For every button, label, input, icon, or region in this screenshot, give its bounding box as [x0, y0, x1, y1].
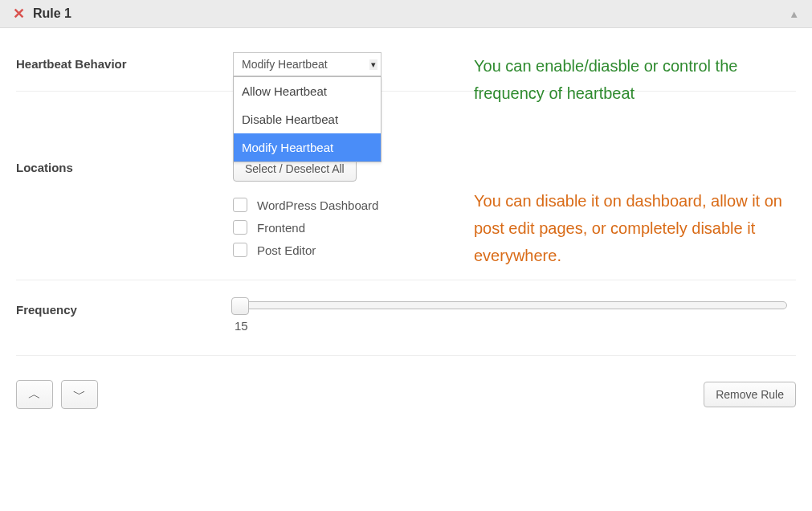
frequency-value: 15	[235, 319, 787, 333]
behavior-dropdown: Allow Heartbeat Disable Heartbeat Modify…	[233, 76, 382, 162]
label-frequency: Frequency	[16, 298, 233, 317]
dropdown-overlap-spacer	[16, 108, 796, 156]
panel-body: You can enable/diasble or control the fr…	[0, 28, 812, 425]
behavior-select-value: Modify Heartbeat	[242, 58, 328, 71]
panel-title: Rule 1	[33, 6, 71, 21]
panel-header-left: ✕ Rule 1	[13, 6, 71, 21]
close-icon[interactable]: ✕	[13, 6, 25, 21]
location-row-post-editor: Post Editor	[233, 243, 482, 257]
locations-checkbox-list: WordPress Dashboard Frontend Post Editor	[233, 198, 482, 257]
frequency-slider-thumb[interactable]	[231, 297, 249, 315]
footer-row: ︿ ﹀ Remove Rule	[16, 355, 796, 409]
remove-rule-button[interactable]: Remove Rule	[704, 382, 796, 407]
checkbox-label-dashboard: WordPress Dashboard	[257, 198, 378, 212]
locations-controls: Select / Deselect All WordPress Dashboar…	[233, 156, 482, 265]
checkbox-post-editor[interactable]	[233, 243, 247, 257]
location-row-dashboard: WordPress Dashboard	[233, 198, 482, 212]
label-locations: Locations	[16, 156, 233, 174]
frequency-slider-wrap: 15	[233, 298, 787, 333]
location-row-frontend: Frontend	[233, 220, 482, 235]
checkbox-label-frontend: Frontend	[257, 221, 305, 235]
chevron-down-icon: ﹀	[73, 386, 86, 403]
row-frequency: Frequency 15	[16, 298, 796, 347]
behavior-option-modify[interactable]: Modify Heartbeat	[234, 133, 381, 161]
frequency-slider[interactable]	[233, 301, 787, 309]
panel-header: ✕ Rule 1 ▲	[0, 0, 812, 28]
behavior-select-wrap: Modify Heartbeat ▾ Allow Heartbeat Disab…	[233, 52, 482, 76]
behavior-option-disable[interactable]: Disable Heartbeat	[234, 105, 381, 133]
collapse-icon[interactable]: ▲	[789, 8, 799, 20]
label-heartbeat-behavior: Heartbeat Behavior	[16, 52, 233, 71]
chevron-up-icon: ︿	[28, 386, 41, 403]
annotation-locations: You can disable it on dashboard, allow i…	[474, 187, 795, 269]
behavior-option-allow[interactable]: Allow Heartbeat	[234, 77, 381, 105]
reorder-buttons: ︿ ﹀	[16, 380, 98, 409]
checkbox-label-post-editor: Post Editor	[257, 243, 316, 257]
checkbox-dashboard[interactable]	[233, 198, 247, 212]
chevron-down-icon: ▾	[369, 59, 377, 70]
behavior-select[interactable]: Modify Heartbeat ▾	[233, 52, 382, 76]
checkbox-frontend[interactable]	[233, 220, 247, 235]
annotation-behavior: You can enable/diasble or control the fr…	[474, 52, 787, 107]
move-down-button[interactable]: ﹀	[61, 380, 98, 409]
move-up-button[interactable]: ︿	[16, 380, 53, 409]
